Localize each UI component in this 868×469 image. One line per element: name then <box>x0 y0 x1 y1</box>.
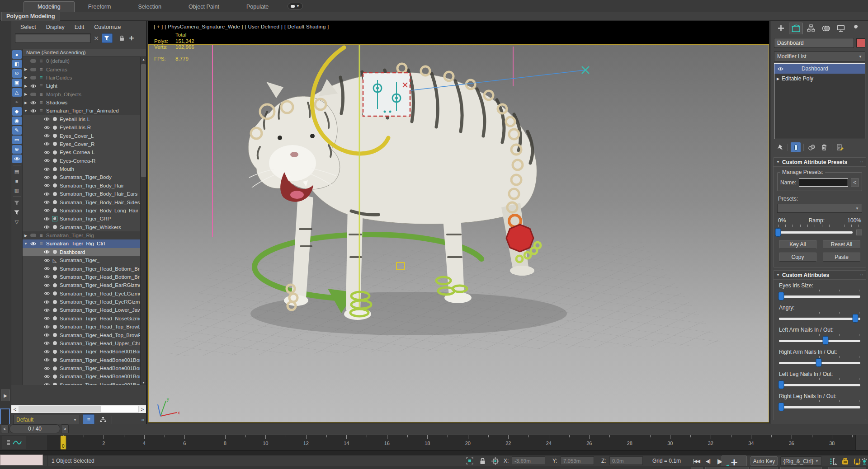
panel-expand-button[interactable]: ▶ <box>1 389 10 401</box>
modifier-list-dropdown[interactable]: Modifier List▼ <box>774 52 865 61</box>
visibility-eye-icon[interactable] <box>42 316 51 320</box>
absolute-mode-icon[interactable] <box>490 457 500 465</box>
scroll-down-icon[interactable]: ▼ <box>141 381 146 384</box>
lock-explorer-icon[interactable] <box>118 35 126 41</box>
tree-row-sumatran-tiger-body-long-hair[interactable]: Sumatran_Tiger_Body_Long_Hair <box>23 206 140 215</box>
visibility-eye-icon[interactable] <box>29 93 37 96</box>
name-column-header[interactable]: Name (Sorted Ascending) <box>23 49 146 57</box>
expand-icon[interactable]: ▶ <box>23 101 29 105</box>
selection-region-icon[interactable] <box>465 457 475 465</box>
tree-row-sumatran-tiger-head-nosegizmo[interactable]: Sumatran_Tiger_Head_NoseGizmo <box>23 314 140 323</box>
visibility-eye-icon[interactable] <box>29 68 37 71</box>
visibility-eye-icon[interactable] <box>29 59 37 63</box>
tree-row-sumatran-tiger-grp[interactable]: Sumatran_Tiger_GRP <box>23 215 140 223</box>
slider-thumb[interactable] <box>822 336 828 345</box>
tree-row-sumatran-tiger-whiskers[interactable]: Sumatran_Tiger_Whiskers <box>23 223 140 231</box>
tree-row-shadows[interactable]: ▶≡Shadows <box>23 98 140 107</box>
modified-objects-filter-icon[interactable]: ✎ <box>12 126 22 135</box>
scroll-up-icon[interactable]: ▲ <box>141 58 146 61</box>
tree-row-sumatran-tiger-body[interactable]: Sumatran_Tiger_Body <box>23 173 140 181</box>
track-bar[interactable] <box>0 450 868 455</box>
tree-row-sumatran-tiger-head-top-browlg[interactable]: Sumatran_Tiger_Head_Top_BrowLG <box>23 323 140 331</box>
tree-row-sumatran-tiger-head-upper-chain[interactable]: Sumatran_Tiger_Head_Upper_Chain <box>23 339 140 347</box>
visibility-eye-icon[interactable] <box>42 183 51 188</box>
visibility-eye-icon[interactable] <box>42 175 51 179</box>
explorer-menu-customize[interactable]: Customize <box>94 24 121 30</box>
scroll-right-icon[interactable]: > <box>139 407 146 412</box>
tree-row-eyes-cornea-r[interactable]: Eyes-Cornea-R <box>23 157 140 165</box>
viewport-shading-menu[interactable]: [ Default Shading ] <box>284 24 329 29</box>
ribbon-tab-object-paint[interactable]: Object Paint <box>175 2 233 12</box>
modifier-stack-item-editable-poly[interactable]: ▶Editable Poly <box>774 74 865 84</box>
viewport-3d-scene[interactable]: x y <box>148 44 769 422</box>
slider-thumb[interactable] <box>778 380 784 389</box>
frozen-objects-filter-icon[interactable]: ▭ <box>12 136 22 144</box>
visibility-eye-icon[interactable] <box>29 242 37 246</box>
mini-curve-editor-button[interactable] <box>2 436 26 449</box>
visibility-eye-icon[interactable] <box>42 134 51 138</box>
hscrollbar-thumb[interactable] <box>19 406 101 412</box>
visibility-eye-icon[interactable] <box>42 217 51 221</box>
expand-icon[interactable]: ▶ <box>23 67 29 71</box>
bones-filter-icon[interactable]: ◆ <box>12 107 22 116</box>
visibility-eye-icon[interactable] <box>29 101 37 105</box>
visibility-eye-icon[interactable] <box>42 150 51 155</box>
tree-row-hairguides[interactable]: ▶≡HairGuides <box>23 74 140 82</box>
visibility-eye-icon[interactable] <box>42 200 51 204</box>
visibility-eye-icon[interactable] <box>42 267 51 271</box>
expand-icon[interactable]: ▶ <box>23 234 29 238</box>
tree-row-cameras[interactable]: ▶≡Cameras <box>23 65 140 73</box>
tree-row-sumatran-tiger-head-lower-jawg[interactable]: Sumatran_Tiger_Head_Lower_JawG <box>23 306 140 314</box>
ribbon-tab-modeling[interactable]: Modeling <box>24 1 75 12</box>
object-color-swatch[interactable] <box>856 38 865 47</box>
more-tools-chevrons[interactable]: » <box>141 417 143 423</box>
visibility-eye-icon[interactable] <box>42 250 51 254</box>
scrollbar-thumb[interactable] <box>141 64 146 177</box>
visibility-eye-icon[interactable] <box>42 308 51 312</box>
object-name-field[interactable]: Dashboard <box>774 38 854 48</box>
slider-thumb[interactable] <box>778 292 784 300</box>
z-coord-field[interactable]: 0.0m <box>609 456 643 465</box>
wheel-objects-filter-icon[interactable]: ⊕ <box>12 145 22 154</box>
expand-icon[interactable]: ▶ <box>23 92 29 96</box>
selection-lock-icon[interactable] <box>477 457 487 465</box>
modifier-eye-icon[interactable] <box>774 67 786 71</box>
right-leg-nails-in-out-slider[interactable] <box>778 403 861 412</box>
visibility-eye-icon[interactable] <box>29 234 37 237</box>
tree-row-sumatran-tiger-body-hair-sides[interactable]: Sumatran_Tiger_Body_Hair_Sides <box>23 198 140 206</box>
hidden-objects-filter-icon[interactable] <box>12 155 22 163</box>
polygon-modeling-panel[interactable]: Polygon Modeling <box>1 12 60 21</box>
slider-thumb[interactable] <box>778 403 784 411</box>
list-view-filter-icon[interactable]: ▤ <box>12 167 22 176</box>
containers-filter-icon[interactable]: ◉ <box>12 117 22 125</box>
collapse-icon[interactable]: ▼ <box>23 242 29 246</box>
left-arm-nails-in-out-slider[interactable] <box>778 336 861 345</box>
selection-set-dropdown[interactable]: {Rig_&_Ctrl}▼ <box>780 456 822 466</box>
shapes-filter-icon[interactable]: ◧ <box>12 60 22 68</box>
command-tab-create[interactable] <box>774 23 788 34</box>
slider-thumb[interactable] <box>816 358 822 367</box>
visibility-eye-icon[interactable] <box>29 76 37 80</box>
tree-row-eyes-cover-l[interactable]: Eyes_Cover_L <box>23 131 140 140</box>
tree-row-sumatran-tiger-headbone001bone[interactable]: Sumatran_Tiger_HeadBone001Bone <box>23 364 140 372</box>
visibility-eye-icon[interactable] <box>29 109 37 113</box>
plain-square-filter-icon[interactable]: ■ <box>12 177 22 185</box>
visibility-eye-icon[interactable] <box>42 325 51 329</box>
visibility-eye-icon[interactable] <box>42 126 51 130</box>
tree-row-sumatran-tiger-rig-ctrl[interactable]: ▼≡Sumatran_Tiger_Rig_Ctrl <box>23 239 140 248</box>
tree-row-sumatran-tiger-body-hair-ears[interactable]: Sumatran_Tiger_Body_Hair_Ears <box>23 190 140 198</box>
presets-dropdown[interactable]: ▼ <box>777 204 862 213</box>
tree-row-sumatran-tiger-fur-animated[interactable]: ▼≡Sumatran_Tiger_Fur_Animated <box>23 107 140 115</box>
tree-row-morph-objects[interactable]: ▶≡Morph_Objects <box>23 90 140 98</box>
command-tab-hierarchy[interactable] <box>804 23 818 34</box>
visibility-eye-icon[interactable] <box>42 350 51 354</box>
previous-frame-button[interactable]: ◀|| <box>703 456 712 466</box>
command-tab-modify[interactable] <box>789 23 803 34</box>
scroll-left-icon[interactable]: < <box>11 407 19 412</box>
left-leg-nails-in-out-slider[interactable] <box>778 380 861 389</box>
viewport-quality-menu[interactable]: [ User Defined ] <box>245 24 283 29</box>
tree-row-sumatran-tiger-head-bottom-brow[interactable]: Sumatran_Tiger_Head_Bottom_Brow <box>23 264 140 272</box>
command-tab-display[interactable] <box>834 23 848 34</box>
show-end-result-icon[interactable] <box>791 142 801 152</box>
tree-row-sumatran-tiger-body-hair[interactable]: Sumatran_Tiger_Body_Hair <box>23 182 140 190</box>
